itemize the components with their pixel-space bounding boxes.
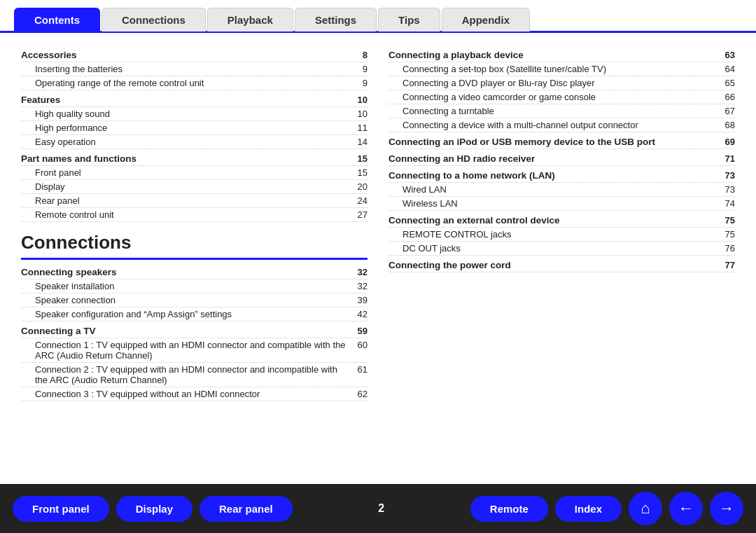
toc-title: High performance xyxy=(21,123,354,133)
toc-entry[interactable]: Connecting a DVD player or Blu-ray Disc … xyxy=(388,76,735,90)
main-content: Accessories8Inserting the batteries9Oper… xyxy=(0,33,756,482)
toc-entry[interactable]: DC OUT jacks76 xyxy=(388,242,735,256)
toc-title: Connecting a set-top box (Satellite tune… xyxy=(388,64,721,74)
toc-entry[interactable]: Part names and functions15 xyxy=(21,152,368,166)
toc-entry[interactable]: Accessories8 xyxy=(21,48,368,62)
section-underline xyxy=(21,258,368,260)
toc-entry[interactable]: Connecting a set-top box (Satellite tune… xyxy=(388,62,735,76)
display-button[interactable]: Display xyxy=(116,496,192,522)
toc-page: 77 xyxy=(721,260,735,270)
toc-entry[interactable]: Speaker installation32 xyxy=(21,279,368,293)
toc-entry[interactable]: High quality sound10 xyxy=(21,107,368,121)
toc-entry[interactable]: Inserting the batteries9 xyxy=(21,62,368,76)
toc-page: 9 xyxy=(354,64,368,74)
toc-entry[interactable]: Display20 xyxy=(21,180,368,194)
toc-entry[interactable]: Connection 3 : TV equipped without an HD… xyxy=(21,387,368,401)
toc-title: REMOTE CONTROL jacks xyxy=(388,229,721,240)
back-button[interactable]: ← xyxy=(669,492,703,525)
toc-entry[interactable]: Rear panel24 xyxy=(21,194,368,208)
front-panel-button[interactable]: Front panel xyxy=(13,496,109,522)
toc-entry[interactable]: Connecting speakers32 xyxy=(21,265,368,279)
forward-button[interactable]: → xyxy=(710,492,743,525)
toc-entry[interactable]: Operating range of the remote control un… xyxy=(21,76,368,90)
toc-page: 11 xyxy=(354,123,368,133)
remote-button[interactable]: Remote xyxy=(470,496,548,522)
tab-tips[interactable]: Tips xyxy=(378,8,440,32)
left-toc-initial: Accessories8Inserting the batteries9Oper… xyxy=(21,48,368,222)
toc-page: 59 xyxy=(354,326,368,336)
toc-page: 69 xyxy=(721,137,735,147)
toc-entry[interactable]: Connection 2 : TV equipped with an HDMI … xyxy=(21,363,368,387)
toc-title: Wired LAN xyxy=(388,184,721,195)
toc-entry[interactable]: Connecting an iPod or USB memory device … xyxy=(388,135,735,149)
toc-entry[interactable]: REMOTE CONTROL jacks75 xyxy=(388,228,735,242)
tab-connections[interactable]: Connections xyxy=(102,8,206,32)
tab-settings[interactable]: Settings xyxy=(295,8,377,32)
toc-title: Connecting an iPod or USB memory device … xyxy=(388,137,721,147)
toc-title: Remote control unit xyxy=(21,209,354,220)
toc-title: Rear panel xyxy=(21,195,354,206)
toc-entry[interactable]: Connecting a turntable67 xyxy=(388,104,735,118)
toc-title: Connecting a device with a multi-channel… xyxy=(388,120,721,130)
toc-page: 65 xyxy=(721,78,735,88)
toc-entry[interactable]: Connecting a device with a multi-channel… xyxy=(388,118,735,132)
toc-page: 39 xyxy=(354,295,368,305)
toc-title: Connecting speakers xyxy=(21,267,354,277)
toc-entry[interactable]: Front panel15 xyxy=(21,166,368,180)
toc-page: 24 xyxy=(354,195,368,206)
toc-page: 32 xyxy=(354,281,368,291)
toc-page: 20 xyxy=(354,181,368,192)
toc-title: Wireless LAN xyxy=(388,198,721,209)
toc-page: 76 xyxy=(721,243,735,254)
toc-entry[interactable]: Connecting an external control device75 xyxy=(388,214,735,228)
toc-title: DC OUT jacks xyxy=(388,243,721,254)
toc-entry[interactable]: Wireless LAN74 xyxy=(388,197,735,211)
toc-page: 32 xyxy=(354,267,368,277)
toc-page: 9 xyxy=(354,78,368,88)
toc-title: Connecting the power cord xyxy=(388,260,721,270)
toc-entry[interactable]: Speaker configuration and “Amp Assign” s… xyxy=(21,307,368,321)
toc-page: 67 xyxy=(721,106,735,116)
rear-panel-button[interactable]: Rear panel xyxy=(200,496,293,522)
toc-page: 14 xyxy=(354,137,368,147)
toc-entry[interactable]: Wired LAN73 xyxy=(388,183,735,197)
toc-title: Features xyxy=(21,95,354,105)
toc-entry[interactable]: High performance11 xyxy=(21,121,368,135)
toc-title: Part names and functions xyxy=(21,153,354,164)
toc-entry[interactable]: Connecting a video camcorder or game con… xyxy=(388,90,735,104)
toc-page: 42 xyxy=(354,309,368,319)
toc-page: 75 xyxy=(721,229,735,240)
toc-page: 75 xyxy=(721,215,735,226)
page-number: 2 xyxy=(300,502,463,515)
toc-page: 10 xyxy=(354,109,368,119)
toc-entry[interactable]: Connecting a playback device63 xyxy=(388,48,735,62)
home-button[interactable]: ⌂ xyxy=(629,492,662,525)
toc-entry[interactable]: Connecting the power cord77 xyxy=(388,258,735,272)
toc-entry[interactable]: Connecting a TV59 xyxy=(21,324,368,338)
toc-title: Connecting a playback device xyxy=(388,50,721,60)
toc-entry[interactable]: Speaker connection39 xyxy=(21,293,368,307)
toc-entry[interactable]: Easy operation14 xyxy=(21,135,368,149)
tab-contents[interactable]: Contents xyxy=(14,8,100,32)
toc-title: Operating range of the remote control un… xyxy=(21,78,354,88)
toc-entry[interactable]: Features10 xyxy=(21,93,368,107)
index-button[interactable]: Index xyxy=(555,496,622,522)
tab-appendix[interactable]: Appendix xyxy=(442,8,530,32)
left-column: Accessories8Inserting the batteries9Oper… xyxy=(21,46,368,475)
toc-page: 66 xyxy=(721,92,735,102)
tab-playback[interactable]: Playback xyxy=(207,8,293,32)
toc-title: Easy operation xyxy=(21,137,354,147)
toc-page: 73 xyxy=(721,170,735,181)
toc-title: Connecting a TV xyxy=(21,326,354,336)
toc-entry[interactable]: Connecting to a home network (LAN)73 xyxy=(388,169,735,183)
toc-entry[interactable]: Connecting an HD radio receiver71 xyxy=(388,152,735,166)
toc-title: Connecting an external control device xyxy=(388,215,721,226)
toc-page: 73 xyxy=(721,184,735,195)
toc-entry[interactable]: Remote control unit27 xyxy=(21,208,368,222)
toc-entry[interactable]: Connection 1 : TV equipped with an HDMI … xyxy=(21,338,368,363)
toc-title: Connecting a turntable xyxy=(388,106,721,116)
toc-title: Connection 3 : TV equipped without an HD… xyxy=(21,389,354,399)
toc-title: Speaker installation xyxy=(21,281,354,291)
toc-page: 10 xyxy=(354,95,368,105)
toc-page: 27 xyxy=(354,209,368,220)
